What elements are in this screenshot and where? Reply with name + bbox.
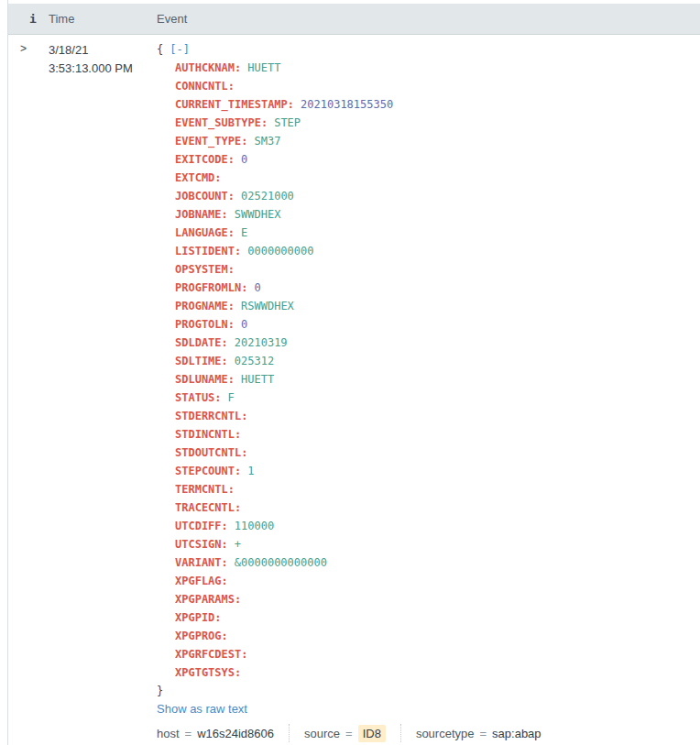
json-key[interactable]: STATUS: (175, 391, 222, 404)
json-key[interactable]: PROGTOLN: (175, 318, 235, 331)
json-key[interactable]: EVENT_SUBTYPE: (175, 116, 268, 129)
json-field-line: EXITCODE:0 (157, 150, 700, 169)
json-value[interactable]: 0000000000 (247, 245, 313, 257)
json-key[interactable]: LANGUAGE: (175, 226, 235, 239)
json-field-line: CONNCNTL: (157, 77, 700, 95)
json-value[interactable]: 0 (241, 153, 247, 166)
json-key[interactable]: CONNCNTL: (175, 80, 235, 93)
event-time-cell: 3/18/21 3:53:13.000 PM (41, 35, 148, 744)
json-value[interactable]: 0 (241, 318, 247, 331)
json-value[interactable]: 0 (254, 281, 260, 294)
json-field-line: STDOUTCNTL: (157, 444, 700, 462)
json-field-line: OPSYSTEM: (157, 260, 700, 279)
json-event-body: {[-] AUTHCKNAM:HUETT CONNCNTL: CURRENT_T… (157, 40, 700, 700)
json-close-line: } (157, 682, 700, 700)
json-key[interactable]: JOBNAME: (175, 208, 228, 221)
json-key[interactable]: JOBCOUNT: (175, 190, 235, 203)
json-field-line: EXTCMD: (157, 169, 700, 187)
selected-field-value[interactable]: ID8 (358, 725, 386, 742)
json-key[interactable]: UTCSIGN: (175, 538, 228, 551)
json-key[interactable]: TERMCNTL: (175, 483, 235, 496)
json-value[interactable]: SWWDHEX (235, 208, 281, 221)
json-key[interactable]: LISTIDENT: (175, 245, 241, 257)
json-key[interactable]: XPGPARAMS: (175, 593, 241, 606)
json-field-line: VARIANT:&0000000000000 (157, 553, 700, 572)
json-key[interactable]: AUTHCKNAM: (175, 61, 241, 74)
selected-field-value[interactable]: sap:abap (492, 727, 541, 740)
json-field-line: XPGPID: (157, 608, 700, 627)
column-header-info: i (8, 12, 41, 26)
json-field-line: SDLDATE:20210319 (157, 334, 700, 352)
json-value[interactable]: SM37 (254, 135, 280, 148)
json-value[interactable]: HUETT (247, 61, 280, 74)
json-key[interactable]: TRACECNTL: (175, 501, 241, 514)
selected-field-name: source (304, 727, 340, 740)
json-value[interactable]: E (241, 226, 247, 239)
json-key[interactable]: SDLTIME: (175, 355, 228, 367)
json-field-line: LANGUAGE:E (157, 224, 700, 242)
json-key[interactable]: PROGFROMLN: (175, 281, 247, 294)
equals-sign: = (345, 727, 353, 740)
selected-fields-bar: host=w16s24id8606 source=ID8 sourcetype=… (157, 722, 700, 744)
json-value[interactable]: 110000 (235, 520, 274, 532)
event-info-cell: > (8, 35, 41, 744)
json-key[interactable]: XPGPROG: (175, 630, 228, 642)
events-table: i Time Event > 3/18/21 3:53:13.000 PM {[… (7, 0, 700, 745)
json-field-line: PROGNAME:RSWWDHEX (157, 297, 700, 315)
json-key[interactable]: CURRENT_TIMESTAMP: (175, 98, 294, 111)
json-key[interactable]: XPGTGTSYS: (175, 666, 241, 679)
json-key[interactable]: XPGFLAG: (175, 575, 228, 587)
equals-sign: = (185, 727, 192, 740)
json-field-line: LISTIDENT:0000000000 (157, 242, 700, 260)
column-header-time: Time (41, 12, 148, 26)
json-value[interactable]: RSWWDHEX (241, 300, 294, 312)
selected-field: sourcetype=sap:abap (416, 727, 541, 740)
selected-field-name: host (157, 727, 180, 740)
json-value[interactable]: 20210318155350 (301, 98, 393, 111)
selected-field-value[interactable]: w16s24id8606 (197, 727, 274, 740)
json-key[interactable]: STDOUTCNTL: (175, 446, 247, 459)
json-field-line: XPGPROG: (157, 627, 700, 645)
json-key[interactable]: XPGRFCDEST: (175, 648, 247, 661)
json-field-line: STDINCNTL: (157, 425, 700, 444)
json-key[interactable]: EXITCODE: (175, 153, 235, 166)
event-cell: {[-] AUTHCKNAM:HUETT CONNCNTL: CURRENT_T… (148, 35, 700, 744)
json-key[interactable]: STDERRCNTL: (175, 410, 247, 422)
json-collapse-link[interactable]: [-] (170, 43, 190, 56)
json-value[interactable]: 025312 (235, 355, 274, 367)
json-field-line: PROGFROMLN:0 (157, 279, 700, 297)
expand-chevron-icon[interactable]: > (20, 42, 27, 55)
json-value[interactable]: HUETT (241, 373, 274, 386)
field-separator (289, 724, 290, 742)
json-value[interactable]: &0000000000000 (235, 556, 327, 569)
json-key[interactable]: UTCDIFF: (175, 520, 228, 532)
json-key[interactable]: STEPCOUNT: (175, 465, 241, 477)
json-key[interactable]: EVENT_TYPE: (175, 135, 247, 148)
json-key[interactable]: VARIANT: (175, 556, 228, 569)
json-field-line: XPGRFCDEST: (157, 645, 700, 663)
json-value[interactable]: F (228, 391, 235, 404)
selected-field: source=ID8 (304, 725, 386, 742)
json-key[interactable]: STDINCNTL: (175, 428, 241, 441)
json-open-line: {[-] (157, 40, 700, 59)
json-value[interactable]: + (235, 538, 241, 551)
field-separator (400, 724, 401, 742)
json-value[interactable]: 20210319 (235, 336, 288, 349)
json-key[interactable]: SDLDATE: (175, 336, 228, 349)
json-key[interactable]: OPSYSTEM: (175, 263, 235, 276)
events-table-header: i Time Event (8, 4, 700, 35)
json-key[interactable]: SDLUNAME: (175, 373, 235, 386)
json-field-line: XPGPARAMS: (157, 590, 700, 608)
selected-field: host=w16s24id8606 (157, 727, 274, 740)
json-value[interactable]: 02521000 (241, 190, 294, 203)
event-clock: 3:53:13.000 PM (49, 60, 148, 78)
show-raw-text-link[interactable]: Show as raw text (157, 700, 247, 718)
json-field-line: XPGTGTSYS: (157, 663, 700, 682)
json-open-brace: { (157, 43, 163, 56)
json-key[interactable]: XPGPID: (175, 611, 222, 624)
json-field-line: XPGFLAG: (157, 572, 700, 590)
json-key[interactable]: PROGNAME: (175, 300, 235, 312)
json-value[interactable]: STEP (274, 116, 301, 129)
json-value[interactable]: 1 (247, 465, 254, 477)
json-key[interactable]: EXTCMD: (175, 171, 222, 184)
